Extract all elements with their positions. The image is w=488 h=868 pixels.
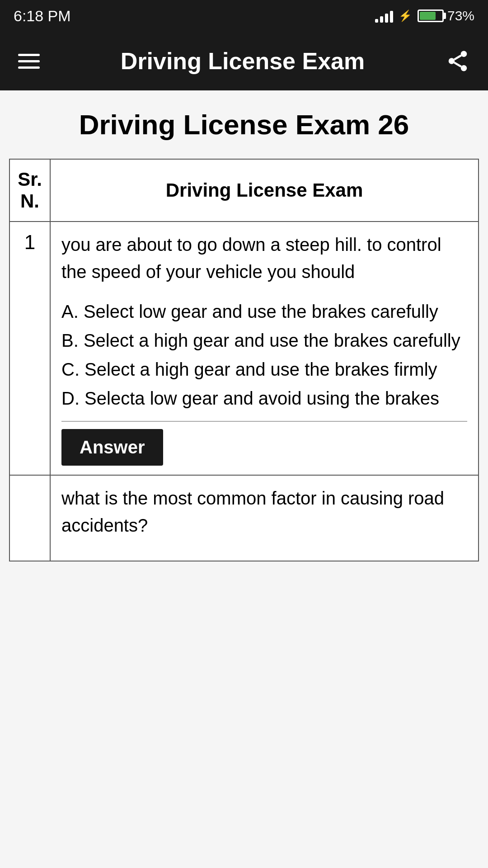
col-header-srno: Sr. N.: [9, 159, 50, 222]
row-question: you are about to go down a steep hill. t…: [50, 222, 479, 475]
table-header-row: Sr. N. Driving License Exam: [9, 159, 479, 222]
battery-percent: 73%: [447, 8, 474, 24]
answer-btn-row: Answer: [61, 421, 467, 466]
row-question: what is the most common factor in causin…: [50, 475, 479, 561]
svg-line-3: [454, 62, 461, 66]
col-header-exam: Driving License Exam: [50, 159, 479, 222]
option-a: A. Select low gear and use the brakes ca…: [61, 298, 467, 325]
status-icons: ⚡ 73%: [375, 8, 474, 24]
table-row: what is the most common factor in causin…: [9, 475, 479, 561]
hamburger-menu-icon[interactable]: [18, 54, 40, 69]
main-content: Driving License Exam 26 Sr. N. Driving L…: [0, 90, 488, 868]
option-b: B. Select a high gear and use the brakes…: [61, 327, 467, 354]
signal-icon: [375, 9, 393, 23]
svg-line-4: [454, 56, 461, 60]
row-number: 1: [9, 222, 50, 475]
question-text: you are about to go down a steep hill. t…: [61, 231, 467, 285]
question-text: what is the most common factor in causin…: [61, 485, 467, 539]
table-row: 1 you are about to go down a steep hill.…: [9, 222, 479, 475]
battery-container: 73%: [418, 8, 474, 24]
app-bar: Driving License Exam: [0, 32, 488, 90]
exam-title: Driving License Exam 26: [9, 108, 479, 141]
status-time: 6:18 PM: [14, 7, 71, 25]
share-icon[interactable]: [446, 49, 470, 73]
exam-table: Sr. N. Driving License Exam 1 you are ab…: [9, 159, 479, 561]
svg-point-2: [461, 65, 467, 71]
status-bar: 6:18 PM ⚡ 73%: [0, 0, 488, 32]
charging-icon: ⚡: [399, 9, 412, 22]
row-number: [9, 475, 50, 561]
answer-button[interactable]: Answer: [61, 429, 163, 466]
app-bar-title: Driving License Exam: [40, 47, 446, 75]
option-c: C. Select a high gear and use the brakes…: [61, 356, 467, 383]
battery-icon: [418, 9, 444, 22]
svg-point-1: [449, 58, 455, 64]
svg-point-0: [461, 51, 467, 57]
option-d: D. Selecta low gear and avoid using the …: [61, 385, 467, 412]
